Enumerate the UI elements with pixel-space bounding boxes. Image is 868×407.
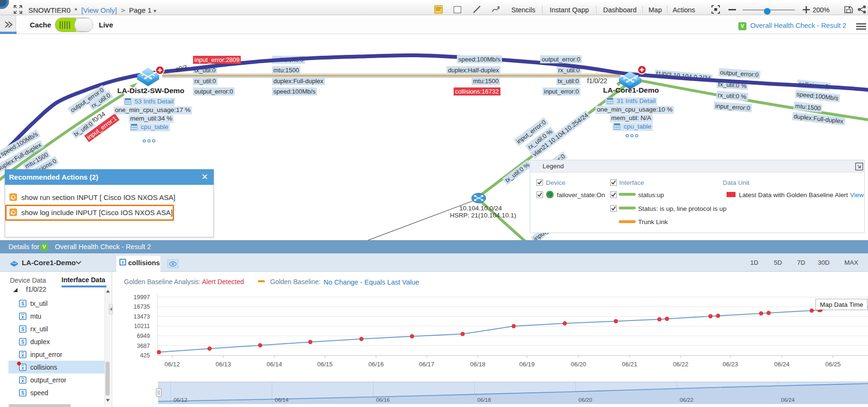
svg-text:06/13: 06/13 [216, 361, 231, 368]
svg-text:19997: 19997 [133, 294, 150, 301]
svg-text:06/14: 06/14 [267, 361, 282, 368]
svg-text:3687: 3687 [137, 343, 150, 349]
svg-text:6949: 6949 [137, 333, 150, 339]
svg-text:06/21: 06/21 [622, 361, 638, 368]
svg-text:10211: 10211 [134, 323, 150, 329]
svg-text:06/14: 06/14 [275, 397, 289, 403]
svg-text:06/22: 06/22 [673, 361, 689, 368]
svg-text:06/19: 06/19 [519, 361, 535, 368]
svg-text:06/16: 06/16 [376, 397, 390, 403]
svg-text:06/20: 06/20 [571, 361, 587, 368]
svg-text:16735: 16735 [133, 303, 150, 310]
svg-text:06/24: 06/24 [781, 397, 795, 403]
svg-text:06/22: 06/22 [680, 397, 693, 403]
svg-text:06/18: 06/18 [470, 361, 486, 368]
svg-text:06/20: 06/20 [579, 397, 592, 403]
svg-text:06/16: 06/16 [368, 361, 384, 368]
svg-text:06/17: 06/17 [419, 361, 435, 368]
svg-text:06/24: 06/24 [774, 361, 790, 368]
svg-text:06/12: 06/12 [174, 397, 187, 403]
svg-text:425: 425 [140, 352, 150, 359]
svg-text:06/23: 06/23 [723, 361, 738, 368]
svg-text:06/15: 06/15 [317, 361, 333, 368]
svg-text:06/12: 06/12 [165, 361, 180, 368]
svg-text:06/25: 06/25 [825, 361, 841, 368]
svg-text:13473: 13473 [133, 313, 150, 320]
svg-text:06/18: 06/18 [477, 397, 491, 403]
